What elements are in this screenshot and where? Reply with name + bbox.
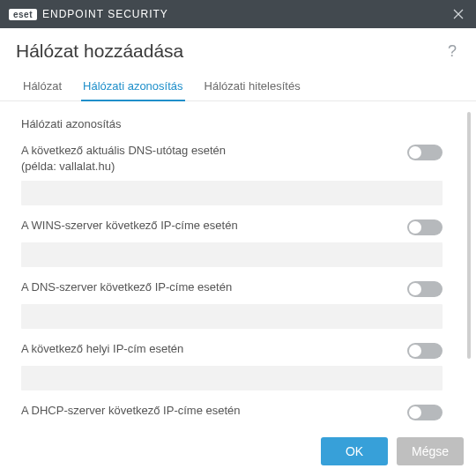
dialog-footer: OK Mégse <box>0 427 476 476</box>
row-dns-ip: A DNS-szerver következő IP-címe esetén <box>21 279 443 297</box>
help-icon[interactable]: ? <box>444 42 460 61</box>
input-dns-ip[interactable] <box>21 304 443 329</box>
close-button[interactable] <box>441 0 476 28</box>
toggle-local-ip[interactable] <box>407 343 443 359</box>
tab-network-auth[interactable]: Hálózati hitelesítés <box>203 74 302 101</box>
input-dns-suffix[interactable] <box>21 181 443 205</box>
row-local-ip: A következő helyi IP-cím esetén <box>21 341 443 359</box>
section-title: Hálózati azonosítás <box>21 117 443 130</box>
page-title: Hálózat hozzáadása <box>16 41 183 62</box>
row-dns-suffix: A következő aktuális DNS-utótag esetén (… <box>21 143 443 174</box>
tab-bar: Hálózat Hálózati azonosítás Hálózati hit… <box>0 71 476 101</box>
label-dns-ip: A DNS-szerver következő IP-címe esetén <box>21 279 250 295</box>
label-wins-ip: A WINS-szerver következő IP-címe esetén <box>21 218 250 234</box>
label-dhcp-ip: A DHCP-szerver következő IP-címe esetén <box>21 403 250 419</box>
row-wins-ip: A WINS-szerver következő IP-címe esetén <box>21 218 443 235</box>
toggle-wins-ip[interactable] <box>407 219 443 235</box>
toggle-dns-ip[interactable] <box>407 281 443 297</box>
close-icon <box>453 9 464 19</box>
input-local-ip[interactable] <box>21 366 443 390</box>
toggle-dns-suffix[interactable] <box>407 145 443 160</box>
scrollbar-thumb[interactable] <box>467 112 471 359</box>
toggle-dhcp-ip[interactable] <box>407 405 443 420</box>
cancel-button[interactable]: Mégse <box>397 437 464 465</box>
input-wins-ip[interactable] <box>21 242 443 267</box>
brand-text: ENDPOINT SECURITY <box>42 8 168 20</box>
label-dns-suffix: A következő aktuális DNS-utótag esetén (… <box>21 143 250 174</box>
titlebar: eset ENDPOINT SECURITY <box>0 0 476 28</box>
row-dhcp-ip: A DHCP-szerver következő IP-címe esetén <box>21 403 443 420</box>
tab-network[interactable]: Hálózat <box>21 74 63 101</box>
form-scroll-area: Hálózati azonosítás A következő aktuális… <box>0 101 476 428</box>
tab-network-id[interactable]: Hálózati azonosítás <box>81 74 184 101</box>
ok-button[interactable]: OK <box>321 437 388 465</box>
brand-badge: eset <box>9 9 37 20</box>
dialog-header: Hálózat hozzáadása ? <box>0 28 476 71</box>
label-local-ip: A következő helyi IP-cím esetén <box>21 341 250 357</box>
